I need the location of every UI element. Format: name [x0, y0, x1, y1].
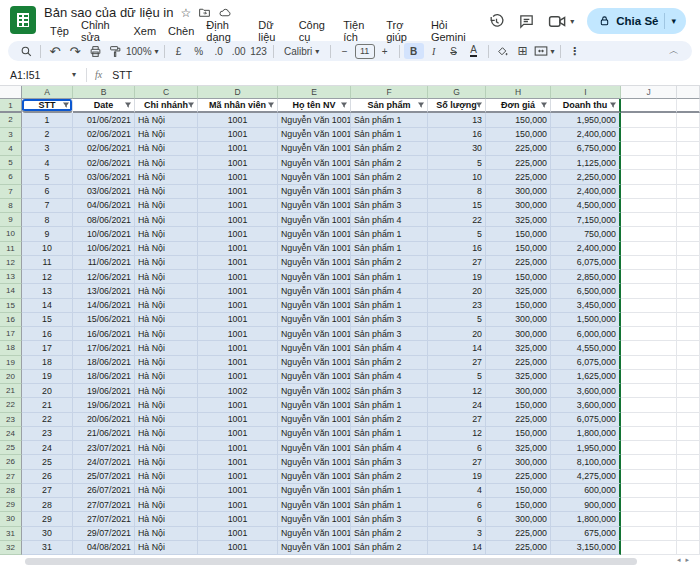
- cell-A30[interactable]: 29: [22, 512, 73, 526]
- cell-E6[interactable]: Nguyễn Văn 1001: [278, 170, 351, 184]
- cell-K8[interactable]: [677, 199, 700, 213]
- cell-A9[interactable]: 8: [22, 213, 73, 227]
- cell-D12[interactable]: 1001: [198, 256, 278, 270]
- cell-E17[interactable]: Nguyễn Văn 1001: [278, 327, 351, 341]
- cell-E30[interactable]: Nguyễn Văn 1001: [278, 512, 351, 526]
- cell-A23[interactable]: 22: [22, 413, 73, 427]
- cell-F24[interactable]: Sản phẩm 1: [351, 427, 428, 441]
- row-header-25[interactable]: 25: [0, 441, 22, 455]
- percent-format-button[interactable]: %: [189, 43, 209, 59]
- cell-A29[interactable]: 28: [22, 498, 73, 512]
- cell-G23[interactable]: 27: [428, 413, 486, 427]
- cell-G19[interactable]: 27: [428, 356, 486, 370]
- column-header-G[interactable]: G: [428, 86, 486, 99]
- cell-D26[interactable]: 1001: [198, 455, 278, 469]
- filter-icon[interactable]: [475, 101, 483, 109]
- cell-H28[interactable]: 150,000: [486, 484, 551, 498]
- column-header-cell-E1[interactable]: Họ tên NV: [278, 99, 351, 113]
- cell-H12[interactable]: 225,000: [486, 256, 551, 270]
- row-header-24[interactable]: 24: [0, 427, 22, 441]
- cell-G10[interactable]: 5: [428, 227, 486, 241]
- cell-H14[interactable]: 325,000: [486, 284, 551, 298]
- cell-H25[interactable]: 325,000: [486, 441, 551, 455]
- cell-G7[interactable]: 8: [428, 185, 486, 199]
- row-header-28[interactable]: 28: [0, 484, 22, 498]
- cell-F29[interactable]: Sản phẩm 1: [351, 498, 428, 512]
- cell-J30[interactable]: [621, 512, 677, 526]
- cell-C30[interactable]: Hà Nội: [135, 512, 198, 526]
- cell-D8[interactable]: 1001: [198, 199, 278, 213]
- cell-G24[interactable]: 12: [428, 427, 486, 441]
- row-header-13[interactable]: 13: [0, 270, 22, 284]
- filter-icon[interactable]: [187, 101, 195, 109]
- filter-icon[interactable]: [417, 101, 425, 109]
- cell-B5[interactable]: 02/06/2021: [73, 156, 135, 170]
- cell-J6[interactable]: [621, 170, 677, 184]
- borders-icon[interactable]: ⊞: [513, 43, 533, 59]
- cell-C17[interactable]: Hà Nội: [135, 327, 198, 341]
- cell-A8[interactable]: 7: [22, 199, 73, 213]
- cell-I27[interactable]: 4,275,000: [551, 470, 621, 484]
- cell-E26[interactable]: Nguyễn Văn 1001: [278, 455, 351, 469]
- cell-B20[interactable]: 18/06/2021: [73, 370, 135, 384]
- cell-H31[interactable]: 225,000: [486, 527, 551, 541]
- cell-H6[interactable]: 225,000: [486, 170, 551, 184]
- cell-C14[interactable]: Hà Nội: [135, 284, 198, 298]
- cell-G32[interactable]: 14: [428, 541, 486, 555]
- column-header-F[interactable]: F: [351, 86, 428, 99]
- cell-B17[interactable]: 16/06/2021: [73, 327, 135, 341]
- cell-G14[interactable]: 20: [428, 284, 486, 298]
- cell-A2[interactable]: 1: [22, 113, 73, 127]
- cell-D18[interactable]: 1001: [198, 341, 278, 355]
- cell-K24[interactable]: [677, 427, 700, 441]
- cell-G21[interactable]: 12: [428, 384, 486, 398]
- cell-H10[interactable]: 150,000: [486, 227, 551, 241]
- cell-D17[interactable]: 1001: [198, 327, 278, 341]
- comments-icon[interactable]: [518, 13, 535, 30]
- cell-E14[interactable]: Nguyễn Văn 1001: [278, 284, 351, 298]
- cell-D14[interactable]: 1001: [198, 284, 278, 298]
- cell-E23[interactable]: Nguyễn Văn 1001: [278, 413, 351, 427]
- more-options-icon[interactable]: ⋮: [565, 43, 585, 59]
- cell-I22[interactable]: 3,600,000: [551, 398, 621, 412]
- cell-K10[interactable]: [677, 227, 700, 241]
- cell-J23[interactable]: [621, 413, 677, 427]
- cell-F31[interactable]: Sản phẩm 2: [351, 527, 428, 541]
- cell-I4[interactable]: 6,750,000: [551, 142, 621, 156]
- cell-J17[interactable]: [621, 327, 677, 341]
- cell-J12[interactable]: [621, 256, 677, 270]
- row-header-20[interactable]: 20: [0, 370, 22, 384]
- cell-F22[interactable]: Sản phẩm 1: [351, 398, 428, 412]
- cell-C7[interactable]: Hà Nội: [135, 185, 198, 199]
- cell-C29[interactable]: Hà Nội: [135, 498, 198, 512]
- cell-H3[interactable]: 150,000: [486, 128, 551, 142]
- font-family-select[interactable]: Calibri▾: [278, 43, 326, 59]
- cell-A5[interactable]: 4: [22, 156, 73, 170]
- cell-K27[interactable]: [677, 470, 700, 484]
- fill-color-icon[interactable]: [493, 43, 513, 59]
- cell-C19[interactable]: Hà Nội: [135, 356, 198, 370]
- cell-F25[interactable]: Sản phẩm 4: [351, 441, 428, 455]
- cell-A18[interactable]: 17: [22, 341, 73, 355]
- menu-item-dinh-dang[interactable]: Định dạng: [200, 18, 252, 44]
- column-header-partial[interactable]: [677, 86, 700, 99]
- cell-H7[interactable]: 300,000: [486, 185, 551, 199]
- cell-B12[interactable]: 11/06/2021: [73, 256, 135, 270]
- cell-A15[interactable]: 14: [22, 299, 73, 313]
- cell-C28[interactable]: Hà Nội: [135, 484, 198, 498]
- cell-C13[interactable]: Hà Nội: [135, 270, 198, 284]
- cell-G6[interactable]: 10: [428, 170, 486, 184]
- cell-J9[interactable]: [621, 213, 677, 227]
- cell-G3[interactable]: 16: [428, 128, 486, 142]
- cell-B4[interactable]: 02/06/2021: [73, 142, 135, 156]
- cell-C23[interactable]: Hà Nội: [135, 413, 198, 427]
- cell-C32[interactable]: Hà Nội: [135, 541, 198, 555]
- menu-item-xem[interactable]: Xem: [127, 24, 162, 38]
- cell-D16[interactable]: 1001: [198, 313, 278, 327]
- cell-H24[interactable]: 150,000: [486, 427, 551, 441]
- select-all-corner[interactable]: [0, 86, 22, 99]
- cell-I28[interactable]: 600,000: [551, 484, 621, 498]
- cell-H23[interactable]: 225,000: [486, 413, 551, 427]
- cell-J29[interactable]: [621, 498, 677, 512]
- cell-A7[interactable]: 6: [22, 185, 73, 199]
